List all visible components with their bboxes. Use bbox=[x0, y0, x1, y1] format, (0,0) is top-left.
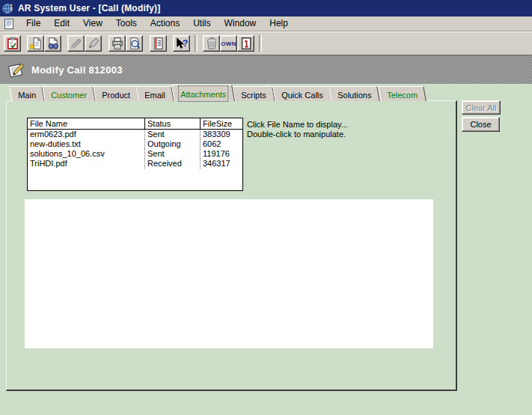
tab-attachments[interactable]: Attachments bbox=[171, 85, 235, 101]
tab-label: Scripts bbox=[241, 91, 266, 100]
column-header-filesize[interactable]: FileSize bbox=[201, 118, 242, 129]
file-name-cell[interactable]: new-duties.txt bbox=[28, 139, 145, 149]
tab-label-wrap: Attachments bbox=[178, 85, 228, 102]
status-cell: Outgoing bbox=[145, 139, 201, 149]
modify-all-button[interactable] bbox=[85, 35, 102, 52]
filesize-cell: 383309 bbox=[201, 130, 242, 139]
tab-label: Quick Calls bbox=[281, 91, 323, 100]
modify-button[interactable] bbox=[67, 35, 85, 52]
title-bar: AR System User - [Call (Modify)] bbox=[0, 0, 532, 16]
status-cell: Sent bbox=[145, 149, 201, 159]
menu-actions[interactable]: Actions bbox=[144, 16, 186, 31]
tab-label: Product bbox=[102, 91, 130, 100]
tab-label-wrap: Main bbox=[16, 86, 38, 103]
assign-number-button[interactable] bbox=[237, 35, 254, 52]
tab-label-wrap: Customer bbox=[49, 86, 89, 103]
attachment-row[interactable]: erm0623.pdfSent383309 bbox=[28, 130, 242, 139]
tab-label: Solutions bbox=[337, 91, 371, 100]
attachments-table: File NameStatusFileSize erm0623.pdfSent3… bbox=[27, 118, 243, 191]
tab-scripts[interactable]: Scripts bbox=[232, 86, 275, 101]
print-preview-icon bbox=[128, 37, 141, 50]
file-name-cell[interactable]: solutions_10_06.csv bbox=[28, 149, 145, 159]
tab-label-wrap: Product bbox=[100, 86, 132, 103]
tab-main[interactable]: Main bbox=[9, 86, 44, 101]
pencil-icon bbox=[70, 37, 83, 50]
toolbar-separator bbox=[259, 35, 262, 52]
svg-text:?: ? bbox=[182, 38, 188, 49]
column-header-status[interactable]: Status bbox=[145, 118, 201, 129]
print-button[interactable] bbox=[108, 35, 126, 52]
tab-product[interactable]: Product bbox=[93, 86, 138, 101]
attachment-row[interactable]: TriHDI.pdfReceived346317 bbox=[28, 159, 242, 169]
filesize-cell: 119176 bbox=[201, 149, 242, 159]
menu-window[interactable]: Window bbox=[218, 16, 263, 31]
tab-label-wrap: Email bbox=[143, 86, 168, 103]
menu-view[interactable]: View bbox=[76, 16, 109, 31]
menu-help[interactable]: Help bbox=[263, 16, 295, 31]
attachment-display-pane bbox=[25, 199, 433, 348]
toolbar: ?OWN bbox=[0, 31, 532, 55]
context-help-button[interactable]: ? bbox=[173, 35, 190, 52]
menu-bar: FileEditViewToolsActionsUtilsWindowHelp bbox=[0, 16, 532, 31]
app-window: AR System User - [Call (Modify)] FileEdi… bbox=[0, 0, 532, 415]
tab-customer[interactable]: Customer bbox=[42, 86, 95, 101]
app-globe-user-icon bbox=[2, 2, 15, 15]
attachment-row[interactable]: new-duties.txtOutgoing6062 bbox=[28, 139, 242, 149]
tab-telecom[interactable]: Telecom bbox=[378, 86, 426, 101]
hint-line-2: Double-click to manipulate. bbox=[247, 130, 348, 139]
print-icon bbox=[111, 37, 124, 50]
attachment-hint: Click File Name to display... Double-cli… bbox=[247, 120, 348, 139]
menu-file[interactable]: File bbox=[19, 16, 47, 31]
tab-bar: MainCustomerProductEmailAttachmentsScrip… bbox=[10, 85, 425, 101]
tab-email[interactable]: Email bbox=[136, 86, 174, 101]
filesize-cell: 346317 bbox=[201, 159, 242, 169]
file-name-cell[interactable]: erm0623.pdf bbox=[28, 130, 145, 139]
status-cell: Received bbox=[145, 159, 201, 169]
tab-label-wrap: Solutions bbox=[335, 86, 373, 103]
own-label: OWN bbox=[221, 40, 236, 47]
attachments-table-body: erm0623.pdfSent383309new-duties.txtOutgo… bbox=[28, 130, 242, 169]
toolbar-separator bbox=[195, 35, 198, 52]
form-document-icon[interactable] bbox=[3, 18, 15, 30]
tab-label-wrap: Scripts bbox=[239, 86, 269, 103]
search-button[interactable] bbox=[44, 35, 61, 52]
modify-notepad-pencil-icon bbox=[7, 61, 26, 79]
file-name-cell[interactable]: TriHDI.pdf bbox=[28, 159, 145, 169]
attachment-row[interactable]: solutions_10_06.csvSent119176 bbox=[28, 149, 242, 159]
tab-label: Customer bbox=[51, 91, 87, 100]
status-cell: Sent bbox=[145, 130, 201, 139]
report-icon bbox=[152, 37, 165, 50]
close-button[interactable]: Close bbox=[462, 117, 500, 132]
filesize-cell: 6062 bbox=[201, 139, 242, 149]
tab-label-wrap: Quick Calls bbox=[279, 86, 325, 103]
help-pointer-icon: ? bbox=[175, 37, 189, 50]
clear-all-button[interactable]: Clear All bbox=[462, 100, 501, 115]
tab-quick-calls[interactable]: Quick Calls bbox=[272, 86, 331, 101]
own-button[interactable]: OWN bbox=[220, 35, 237, 52]
save-button[interactable] bbox=[4, 35, 21, 52]
new-request-button[interactable] bbox=[27, 35, 44, 52]
menu-utils[interactable]: Utils bbox=[186, 16, 217, 31]
menu-edit[interactable]: Edit bbox=[47, 16, 76, 31]
search-icon bbox=[46, 37, 60, 50]
tab-solutions[interactable]: Solutions bbox=[329, 86, 381, 101]
pen-icon bbox=[87, 37, 100, 50]
column-header-file-name[interactable]: File Name bbox=[28, 118, 145, 129]
save-icon bbox=[6, 37, 19, 50]
window-title: AR System User - [Call (Modify)] bbox=[18, 3, 160, 13]
tab-label: Attachments bbox=[180, 90, 226, 99]
print-preview-button[interactable] bbox=[126, 35, 143, 52]
number-one-icon bbox=[239, 37, 253, 50]
tab-label: Email bbox=[145, 91, 166, 100]
trash-icon bbox=[205, 37, 218, 50]
new-request-icon bbox=[29, 37, 43, 50]
form-title: Modify Call 812003 bbox=[31, 64, 123, 76]
delete-button[interactable] bbox=[203, 35, 220, 52]
tab-label: Telecom bbox=[387, 91, 418, 100]
form-title-band: Modify Call 812003 bbox=[0, 55, 532, 84]
hint-line-1: Click File Name to display... bbox=[247, 120, 348, 130]
menu-items: FileEditViewToolsActionsUtilsWindowHelp bbox=[19, 16, 295, 31]
report-button[interactable] bbox=[150, 35, 167, 52]
menu-tools[interactable]: Tools bbox=[109, 16, 144, 31]
tab-label: Main bbox=[18, 91, 36, 100]
